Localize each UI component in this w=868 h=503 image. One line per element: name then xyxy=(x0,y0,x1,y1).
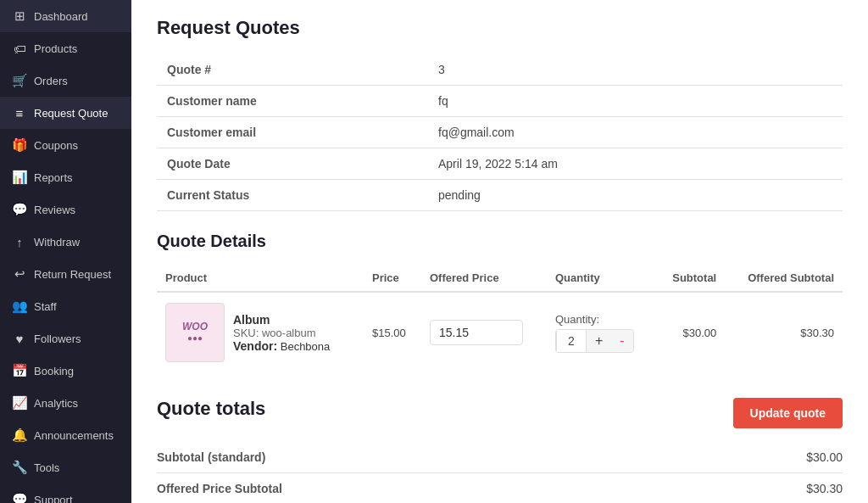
products-icon: 🏷 xyxy=(12,41,27,56)
sidebar-label-reports: Reports xyxy=(34,171,73,184)
totals-value: $30.30 xyxy=(688,473,843,504)
sidebar-item-orders[interactable]: 🛒 Orders xyxy=(0,64,131,97)
info-row: Customer email fq@gmail.com xyxy=(157,117,843,148)
sidebar-item-return-request[interactable]: ↩ Return Request xyxy=(0,258,131,290)
request-quote-icon: ≡ xyxy=(12,105,27,120)
sidebar-item-support[interactable]: 💬 Support xyxy=(0,483,131,503)
sidebar-label-announcements: Announcements xyxy=(34,429,114,442)
sidebar-item-dashboard[interactable]: ⊞ Dashboard xyxy=(0,0,131,32)
product-name: Album xyxy=(233,313,270,327)
info-row: Customer name fq xyxy=(157,86,843,117)
totals-section: Quote totals Update quote xyxy=(157,398,843,428)
sidebar-label-staff: Staff xyxy=(34,300,57,313)
sidebar-item-coupons[interactable]: 🎁 Coupons xyxy=(0,129,131,161)
sidebar-label-followers: Followers xyxy=(34,333,81,345)
sidebar-label-tools: Tools xyxy=(34,461,59,474)
sidebar-label-withdraw: Withdraw xyxy=(34,236,80,249)
sidebar-label-reviews: Reviews xyxy=(34,204,75,216)
totals-row: Offered Price Subtotal $30.30 xyxy=(157,473,843,504)
reports-icon: 📊 xyxy=(12,170,27,185)
info-table: Quote # 3 Customer name fq Customer emai… xyxy=(157,54,843,211)
sidebar-label-coupons: Coupons xyxy=(34,139,78,152)
offered-price-input[interactable] xyxy=(430,320,523,345)
info-label: Quote # xyxy=(157,54,428,86)
quantity-value: 2 xyxy=(556,330,587,352)
totals-row: Subtotal (standard) $30.00 xyxy=(157,442,843,473)
totals-label: Offered Price Subtotal xyxy=(157,473,688,504)
info-label: Quote Date xyxy=(157,148,428,180)
info-row: Current Status pending xyxy=(157,180,843,211)
dashboard-icon: ⊞ xyxy=(12,8,27,24)
sidebar-item-analytics[interactable]: 📈 Analytics xyxy=(0,387,131,419)
sidebar-item-reports[interactable]: 📊 Reports xyxy=(0,161,131,193)
main-content: Request Quotes Quote # 3 Customer name f… xyxy=(131,0,868,503)
quantity-cell: Quantity: 2 + - xyxy=(547,292,655,372)
announcements-icon: 🔔 xyxy=(12,428,27,443)
sidebar-label-orders: Orders xyxy=(34,75,68,87)
quote-table: ProductPriceOffered PriceQuantitySubtota… xyxy=(157,265,843,372)
product-sku: SKU: woo-album xyxy=(233,327,316,339)
update-quote-button[interactable]: Update quote xyxy=(733,398,843,428)
info-value: 3 xyxy=(428,54,843,86)
sidebar-label-request-quote: Request Quote xyxy=(34,107,108,120)
product-info: Album SKU: woo-album Vendor: Bechbona xyxy=(233,313,330,353)
product-thumbnail: WOO●●● xyxy=(165,303,225,362)
sidebar: ⊞ Dashboard 🏷 Products 🛒 Orders ≡ Reques… xyxy=(0,0,131,503)
booking-icon: 📅 xyxy=(12,363,27,378)
sidebar-item-reviews[interactable]: 💬 Reviews xyxy=(0,193,131,226)
quantity-controls: 2 + - xyxy=(555,329,634,353)
followers-icon: ♥ xyxy=(12,331,27,346)
totals-table: Subtotal (standard) $30.00 Offered Price… xyxy=(157,442,843,503)
sidebar-item-withdraw[interactable]: ↑ Withdraw xyxy=(0,226,131,258)
sidebar-label-support: Support xyxy=(34,494,73,504)
coupons-icon: 🎁 xyxy=(12,137,27,153)
info-label: Customer name xyxy=(157,86,428,117)
quantity-label: Quantity: xyxy=(555,313,599,326)
col-header-offered-price: Offered Price xyxy=(421,265,547,292)
info-row: Quote # 3 xyxy=(157,54,843,86)
sidebar-item-followers[interactable]: ♥ Followers xyxy=(0,322,131,355)
product-vendor: Vendor: Bechbona xyxy=(233,340,330,353)
sidebar-label-dashboard: Dashboard xyxy=(34,10,88,23)
quote-row: WOO●●● Album SKU: woo-album Vendor: Bech… xyxy=(157,292,843,372)
col-header-product: Product xyxy=(157,265,364,292)
sidebar-item-products[interactable]: 🏷 Products xyxy=(0,32,131,64)
sidebar-label-return-request: Return Request xyxy=(34,268,111,281)
sidebar-item-tools[interactable]: 🔧 Tools xyxy=(0,451,131,483)
info-label: Current Status xyxy=(157,180,428,211)
sidebar-item-request-quote[interactable]: ≡ Request Quote xyxy=(0,97,131,129)
sidebar-item-announcements[interactable]: 🔔 Announcements xyxy=(0,419,131,451)
sidebar-item-staff[interactable]: 👥 Staff xyxy=(0,290,131,322)
tools-icon: 🔧 xyxy=(12,460,27,475)
sidebar-label-booking: Booking xyxy=(34,365,74,377)
info-value: April 19, 2022 5:14 am xyxy=(428,148,843,180)
offered-price-cell xyxy=(421,292,547,372)
product-price: $15.00 xyxy=(364,292,421,372)
return-request-icon: ↩ xyxy=(12,266,27,282)
withdraw-icon: ↑ xyxy=(12,234,27,249)
orders-icon: 🛒 xyxy=(12,73,27,88)
col-header-offered-subtotal: Offered Subtotal xyxy=(725,265,843,292)
info-value: pending xyxy=(428,180,843,211)
col-header-price: Price xyxy=(364,265,421,292)
totals-label: Subtotal (standard) xyxy=(157,442,688,473)
support-icon: 💬 xyxy=(12,492,27,503)
col-header-subtotal: Subtotal xyxy=(655,265,725,292)
info-value: fq xyxy=(428,86,843,117)
analytics-icon: 📈 xyxy=(12,395,27,411)
offered-subtotal-cell: $30.30 xyxy=(725,292,843,372)
quantity-decrement-button[interactable]: - xyxy=(611,330,632,352)
sidebar-item-booking[interactable]: 📅 Booking xyxy=(0,355,131,387)
woo-logo: WOO●●● xyxy=(182,321,208,344)
info-row: Quote Date April 19, 2022 5:14 am xyxy=(157,148,843,180)
totals-title: Quote totals xyxy=(157,398,265,420)
info-value: fq@gmail.com xyxy=(428,117,843,148)
info-label: Customer email xyxy=(157,117,428,148)
staff-icon: 👥 xyxy=(12,299,27,314)
totals-value: $30.00 xyxy=(688,442,843,473)
subtotal-cell: $30.00 xyxy=(655,292,725,372)
product-cell: WOO●●● Album SKU: woo-album Vendor: Bech… xyxy=(157,292,364,372)
details-title: Quote Details xyxy=(157,232,843,251)
quantity-increment-button[interactable]: + xyxy=(587,330,611,352)
sidebar-label-analytics: Analytics xyxy=(34,397,78,410)
